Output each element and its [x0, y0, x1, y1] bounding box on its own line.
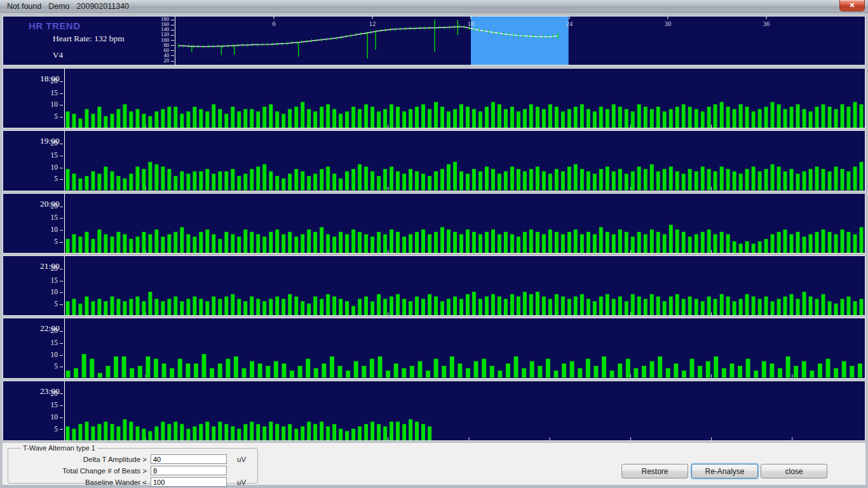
- tick-dash: [60, 355, 63, 356]
- svg-text:30: 30: [665, 20, 671, 27]
- hour-panel-2300: 23:00 20 15 10 5: [3, 381, 865, 441]
- titlebar[interactable]: Not found Demo 200902011340 ✕: [0, 0, 868, 13]
- form-row: Baseline Wander < uV: [12, 477, 254, 487]
- tick-dash: [60, 144, 63, 144]
- hour-y-tick: 20: [51, 140, 64, 146]
- delta-t-amplitude-input[interactable]: [151, 454, 227, 464]
- tick-dash: [60, 281, 63, 281]
- hour-label-zone: 21:00 20 15 10 5: [3, 256, 64, 315]
- close-icon: ✕: [849, 1, 855, 9]
- svg-text:12: 12: [369, 20, 376, 27]
- tick-dash: [60, 269, 63, 269]
- hour-y-tick: 5: [54, 113, 63, 119]
- restore-button[interactable]: Restore: [621, 464, 688, 478]
- tick-dash: [60, 207, 63, 207]
- tick-dash: [171, 30, 174, 30]
- total-change-beats-input[interactable]: [151, 466, 227, 475]
- hour-y-tick: 20: [51, 78, 64, 84]
- tick-dash: [60, 168, 63, 168]
- twa-group-title: T-Wave Alternan type 1: [21, 444, 97, 452]
- hour-y-tick: 5: [54, 363, 63, 369]
- titlebar-status: Not found: [7, 2, 41, 11]
- hour-y-tick: 20: [51, 390, 64, 396]
- trend-chart-svg: 61218243036: [175, 17, 865, 65]
- tick-dash: [171, 40, 174, 41]
- bar-chart-svg: [65, 194, 865, 253]
- close-button[interactable]: close: [761, 464, 827, 478]
- hour-chart-region[interactable]: [64, 381, 865, 440]
- tick-dash: [60, 156, 63, 156]
- hour-panel-2200: 22:00 20 15 10 5: [3, 318, 865, 378]
- hour-label-zone: 19:00 20 15 10 5: [3, 131, 64, 190]
- svg-text:24: 24: [566, 20, 573, 27]
- trend-chart-region[interactable]: 61218243036: [175, 17, 865, 65]
- tick-dash: [60, 117, 63, 118]
- hour-label-zone: 22:00 20 15 10 5: [3, 318, 64, 377]
- hr-trend-panel: HR TREND Heart Rate: 132 bpm V4 180 160 …: [3, 16, 865, 65]
- hour-chart-region[interactable]: [64, 131, 865, 190]
- hour-y-tick: 10: [51, 101, 64, 107]
- heart-rate-label: Heart Rate: 132 bpm: [53, 34, 125, 44]
- tick-dash: [60, 242, 63, 243]
- hour-chart-region[interactable]: [64, 318, 865, 377]
- main-area: HR TREND Heart Rate: 132 bpm V4 180 160 …: [0, 13, 868, 443]
- hour-panel-2000: 20:00 20 15 10 5: [3, 193, 865, 254]
- hour-label-zone: 20:00 20 15 10 5: [3, 194, 64, 253]
- titlebar-record-id: 200902011340: [77, 2, 130, 11]
- tick-dash: [60, 292, 63, 293]
- hour-chart-region[interactable]: [64, 194, 865, 253]
- delta-t-amplitude-unit: uV: [237, 456, 246, 463]
- tick-dash: [171, 20, 174, 20]
- hour-chart-region[interactable]: [64, 256, 865, 315]
- tick-dash: [60, 367, 63, 367]
- tick-dash: [60, 93, 63, 94]
- trend-y-axis: 180 160 140 120 100 80 60 40 20: [161, 17, 174, 63]
- hour-y-tick: 15: [51, 152, 64, 158]
- tick-dash: [171, 25, 174, 25]
- hour-y-tick: 20: [51, 203, 64, 209]
- hour-y-tick: 10: [51, 164, 64, 170]
- bottom-bar: T-Wave Alternan type 1 Delta T Amplitude…: [0, 443, 868, 488]
- bar-chart-svg: [65, 381, 865, 440]
- titlebar-patient: Demo: [48, 2, 69, 11]
- svg-text:36: 36: [763, 20, 770, 27]
- hour-y-tick: 20: [51, 265, 64, 271]
- app-window: Not found Demo 200902011340 ✕ HR TREND H…: [0, 0, 868, 488]
- trend-y-tick: 20: [164, 58, 175, 63]
- hour-y-tick: 5: [54, 426, 63, 432]
- reanalyse-button[interactable]: Re-Analyse: [691, 464, 758, 478]
- form-row: Delta T Amplitude > uV: [12, 454, 254, 464]
- tick-dash: [60, 331, 63, 332]
- tick-dash: [171, 45, 174, 46]
- tick-dash: [60, 429, 63, 430]
- bar-chart-svg: [65, 256, 865, 315]
- hour-panel-1800: 18:00 20 15 10 5: [3, 68, 865, 128]
- tick-dash: [60, 105, 63, 105]
- bar-chart-svg: [65, 131, 865, 190]
- hour-y-tick: 15: [51, 402, 64, 408]
- hour-label-zone: 23:00 20 15 10 5: [3, 381, 64, 440]
- hour-y-tick: 10: [51, 414, 64, 420]
- tick-dash: [60, 81, 63, 82]
- hour-chart-region[interactable]: [64, 69, 865, 128]
- delta-t-amplitude-label: Delta T Amplitude >: [12, 456, 151, 463]
- bar-chart-svg: [65, 318, 865, 377]
- trend-info-zone: HR TREND Heart Rate: 132 bpm V4 180 160 …: [3, 17, 175, 65]
- close-window-button[interactable]: ✕: [839, 0, 865, 11]
- baseline-wander-input[interactable]: [151, 477, 227, 487]
- hour-label-zone: 18:00 20 15 10 5: [3, 69, 64, 128]
- baseline-wander-unit: uV: [237, 478, 246, 486]
- tick-dash: [60, 343, 63, 344]
- tick-dash: [60, 417, 63, 418]
- tick-dash: [60, 304, 63, 305]
- tick-dash: [60, 218, 63, 219]
- total-change-beats-label: Total Change # of Beats >: [12, 467, 151, 475]
- hour-y-tick: 15: [51, 277, 64, 283]
- tick-dash: [60, 393, 63, 394]
- tick-dash: [60, 179, 63, 180]
- svg-text:6: 6: [272, 20, 275, 27]
- hour-y-tick: 15: [51, 339, 64, 346]
- hour-y-tick: 10: [51, 288, 64, 295]
- hour-y-tick: 15: [51, 214, 64, 220]
- hour-y-tick: 10: [51, 351, 64, 358]
